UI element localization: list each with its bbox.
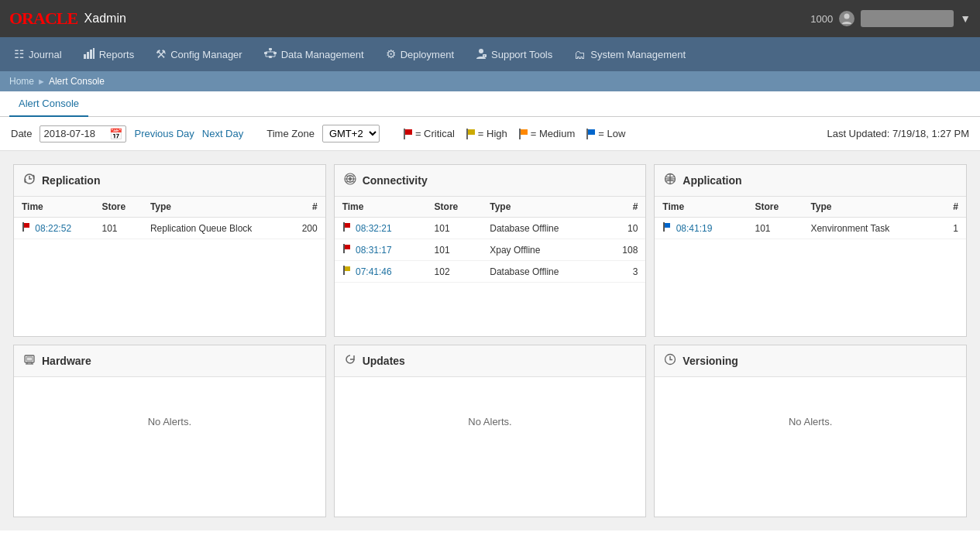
nav-item-deployment[interactable]: ⚙ Deployment (375, 37, 465, 71)
journal-icon: ☷ (14, 47, 24, 61)
nav-item-config-manager[interactable]: ⚒ Config Manager (145, 37, 253, 71)
legend-high: = High (466, 128, 507, 139)
connectivity-row2-count: 3 (602, 261, 646, 283)
connectivity-row0-store[interactable]: 101 (427, 218, 483, 239)
connectivity-row0-type: Database Offline (482, 218, 601, 239)
panel-versioning-body: No Alerts. (655, 377, 966, 517)
connectivity-col-store: Store (427, 197, 483, 218)
application-row0-time: 08:41:19 (655, 218, 747, 239)
row-flag-blue-icon (662, 222, 670, 232)
versioning-no-alerts: No Alerts. (655, 377, 966, 466)
top-bar: ORACLE Xadmin 1000 ▼ (0, 0, 980, 37)
timezone-select[interactable]: GMT+2 (322, 125, 380, 142)
application-col-time: Time (655, 197, 747, 218)
tab-alert-console[interactable]: Alert Console (9, 91, 88, 117)
prev-day-link[interactable]: Previous Day (134, 128, 194, 139)
legend: = Critical = High = Medium = Low (403, 128, 625, 139)
panel-connectivity: Connectivity Time Store Type # (334, 164, 647, 337)
panel-application-body: Time Store Type # 08:41:19 101 (655, 197, 966, 336)
replication-row-count: 200 (287, 218, 325, 239)
nav-item-journal[interactable]: ☷ Journal (3, 37, 73, 71)
date-input[interactable] (43, 128, 109, 139)
connectivity-col-count: # (602, 197, 646, 218)
panel-updates-body: No Alerts. (335, 377, 646, 517)
application-row0-store[interactable]: 101 (748, 218, 803, 239)
svg-rect-5 (269, 48, 272, 50)
connectivity-col-time: Time (335, 197, 427, 218)
panel-hardware-header: Hardware (14, 345, 325, 377)
breadcrumb: Home ► Alert Console (0, 71, 980, 91)
nav-item-data-management[interactable]: Data Management (253, 37, 375, 71)
deployment-icon: ⚙ (386, 47, 396, 61)
row-flag-red-icon (22, 222, 29, 232)
application-row0-type: Xenvironment Task (803, 218, 937, 239)
application-col-type: Type (803, 197, 937, 218)
application-col-count: # (937, 197, 966, 218)
table-row: 08:31:17 101 Xpay Offline 108 (335, 239, 646, 261)
calendar-icon[interactable]: 📅 (109, 128, 122, 140)
date-label: Date (11, 128, 32, 139)
panel-connectivity-header: Connectivity (335, 165, 646, 197)
critical-flag-icon (403, 129, 412, 139)
low-flag-icon (586, 129, 595, 139)
panel-replication-title: Replication (42, 174, 100, 187)
dropdown-arrow-icon[interactable]: ▼ (960, 12, 971, 25)
table-row: 07:41:46 102 Database Offline 3 (335, 261, 646, 283)
versioning-icon (664, 353, 676, 369)
replication-row-type: Replication Queue Block (143, 218, 287, 239)
panel-hardware-title: Hardware (42, 355, 91, 367)
connectivity-row0-count: 10 (602, 218, 646, 239)
svg-rect-1 (84, 54, 86, 59)
connectivity-row2-store[interactable]: 102 (427, 261, 483, 283)
timezone-label: Time Zone (266, 128, 315, 139)
hardware-no-alerts: No Alerts. (14, 377, 325, 466)
date-input-wrap: 📅 (40, 125, 126, 142)
svg-rect-28 (26, 357, 33, 361)
replication-table: Time Store Type # 08:22:52 101 (14, 197, 325, 239)
svg-point-16 (479, 49, 483, 53)
content-area: Alert Console Date 📅 Previous Day Next D… (0, 91, 980, 539)
svg-rect-4 (93, 48, 95, 59)
legend-critical: = Critical (403, 128, 455, 139)
panel-replication: Replication Time Store Type # (13, 164, 326, 337)
replication-icon (23, 173, 36, 188)
replication-row-time: 08:22:52 (14, 218, 95, 239)
connectivity-row1-store[interactable]: 101 (427, 239, 483, 261)
panel-hardware: Hardware No Alerts. (13, 345, 326, 517)
search-input[interactable] (861, 10, 954, 27)
application-table: Time Store Type # 08:41:19 101 (655, 197, 966, 239)
svg-rect-2 (87, 52, 89, 59)
panel-updates-title: Updates (363, 355, 405, 367)
nav-item-system-management[interactable]: 🗂 System Management (563, 37, 696, 71)
support-tools-icon: ? (476, 48, 487, 61)
connectivity-row2-time: 07:41:46 (335, 261, 427, 283)
application-icon (664, 173, 676, 188)
nav-item-support-tools[interactable]: ? Support Tools (465, 37, 563, 71)
replication-row-store[interactable]: 101 (95, 218, 143, 239)
row-flag-red-icon (342, 244, 350, 253)
legend-low: = Low (586, 128, 625, 139)
table-row: 08:22:52 101 Replication Queue Block 200 (14, 218, 325, 239)
legend-medium: = Medium (518, 128, 575, 139)
application-col-store: Store (748, 197, 803, 218)
connectivity-row1-time: 08:31:17 (335, 239, 427, 261)
panel-application-title: Application (683, 174, 741, 187)
panel-versioning: Versioning No Alerts. (654, 345, 967, 517)
breadcrumb-home[interactable]: Home (9, 76, 34, 87)
xadmin-logo: Xadmin (81, 12, 126, 26)
breadcrumb-separator: ► (37, 77, 46, 86)
nav-bar: ☷ Journal Reports ⚒ Config Manager (0, 37, 980, 71)
panel-replication-body: Time Store Type # 08:22:52 101 (14, 197, 325, 336)
next-day-link[interactable]: Next Day (202, 128, 243, 139)
high-flag-icon (466, 129, 475, 139)
panel-replication-header: Replication (14, 165, 325, 197)
nav-item-reports[interactable]: Reports (73, 37, 146, 71)
reports-icon (84, 48, 95, 61)
row-flag-red-icon (342, 222, 350, 232)
config-manager-icon: ⚒ (156, 47, 166, 61)
panel-connectivity-body: Time Store Type # 08:32:21 101 (335, 197, 646, 336)
panels-grid: Replication Time Store Type # (0, 151, 980, 530)
data-management-icon (264, 48, 277, 61)
panel-application-header: Application (655, 165, 966, 197)
user-icon (839, 11, 854, 26)
